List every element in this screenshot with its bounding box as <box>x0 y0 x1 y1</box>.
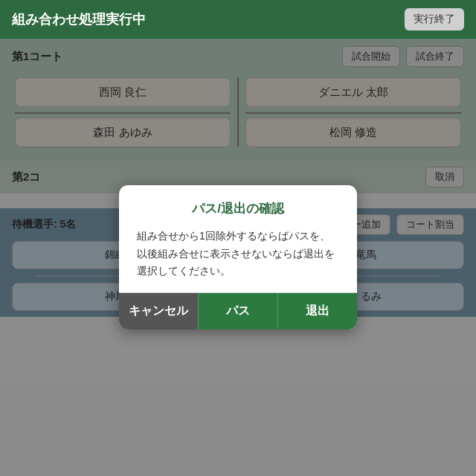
dialog-title: パス/退出の確認 <box>137 200 339 217</box>
dialog-exit-button[interactable]: 退出 <box>277 293 357 329</box>
end-execution-button[interactable]: 実行終了 <box>405 8 464 30</box>
app-container: 組み合わせ処理実行中 実行終了 第1コート 試合開始 試合終了 <box>0 0 476 476</box>
dialog-message: 組み合せから1回除外するならばパスを、以後組み合せに表示させないならば退出を選択… <box>137 228 339 280</box>
header-title: 組み合わせ処理実行中 <box>12 10 146 28</box>
dialog-cancel-button[interactable]: キャンセル <box>119 293 198 329</box>
header: 組み合わせ処理実行中 実行終了 <box>0 0 476 39</box>
main-content: 第1コート 試合開始 試合終了 西岡 良仁 <box>0 39 476 476</box>
dialog-buttons: キャンセル パス 退出 <box>119 292 357 329</box>
dialog: パス/退出の確認 組み合せから1回除外するならばパスを、以後組み合せに表示させな… <box>119 185 357 329</box>
dialog-pass-button[interactable]: パス <box>198 293 277 329</box>
dialog-overlay: パス/退出の確認 組み合せから1回除外するならばパスを、以後組み合せに表示させな… <box>0 39 476 476</box>
dialog-content: パス/退出の確認 組み合せから1回除外するならばパスを、以後組み合せに表示させな… <box>119 185 357 292</box>
